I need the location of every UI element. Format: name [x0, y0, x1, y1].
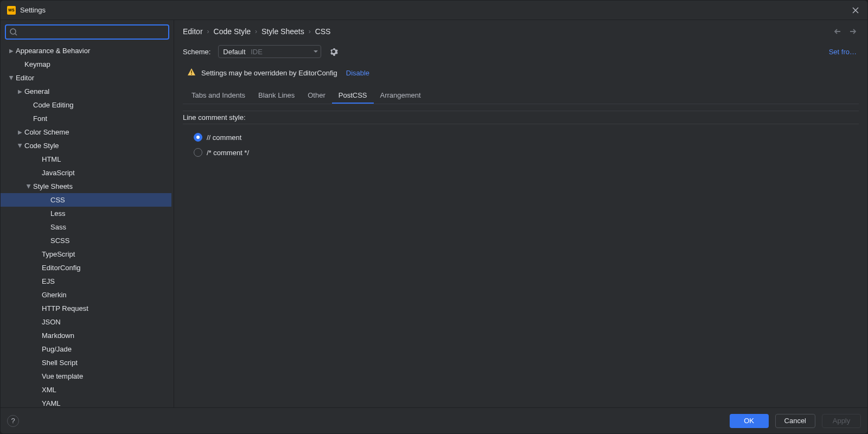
cancel-button[interactable]: Cancel [775, 414, 815, 428]
tree-item[interactable]: ▶General [1, 85, 171, 98]
breadcrumb-segment[interactable]: CSS [315, 27, 331, 36]
svg-line-3 [15, 34, 17, 35]
set-from-link[interactable]: Set fro… [829, 48, 857, 56]
tree-item[interactable]: ▶Editor [1, 71, 171, 85]
button-bar: ? OK Cancel Apply [1, 407, 867, 433]
radio-option[interactable]: // comment [194, 130, 859, 145]
tree-item[interactable]: ▶XML [1, 383, 171, 397]
breadcrumb-separator: › [207, 28, 209, 35]
tree-arrow-icon: ▶ [7, 48, 16, 54]
ok-button[interactable]: OK [730, 414, 769, 428]
main-panel: Editor›Code Style›Style Sheets›CSS Schem… [174, 20, 867, 407]
tree-item-label: EditorConfig [42, 264, 81, 272]
tab[interactable]: Blank Lines [252, 88, 301, 104]
tree-item[interactable]: ▶EJS [1, 275, 171, 288]
tab-bar: Tabs and IndentsBlank LinesOtherPostCSSA… [183, 88, 859, 104]
tree-arrow-icon: ▶ [16, 88, 24, 94]
scheme-select[interactable]: Default IDE [218, 45, 321, 58]
breadcrumb-separator: › [255, 28, 257, 35]
radio-label: // comment [207, 133, 241, 142]
tree-item-label: Shell Script [42, 359, 78, 367]
radio-option[interactable]: /* comment */ [194, 145, 859, 160]
tree-item-label: HTTP Request [42, 304, 88, 312]
tree-item[interactable]: ▶Keymap [1, 58, 171, 71]
tree-item-label: Gherkin [42, 291, 67, 299]
tree-item[interactable]: ▶Markdown [1, 329, 171, 342]
svg-point-2 [10, 29, 16, 34]
breadcrumb-separator: › [309, 28, 311, 35]
tree-item[interactable]: ▶Style Sheets [1, 180, 171, 193]
tree-item-label: Style Sheets [33, 182, 73, 190]
tab-content: Line comment style: // comment/* comment… [183, 104, 859, 407]
tree-item-label: JavaScript [42, 169, 75, 177]
search-input[interactable] [5, 24, 169, 40]
tree-item-label: Appearance & Behavior [16, 47, 90, 55]
tree-item[interactable]: ▶HTML [1, 152, 171, 166]
breadcrumb-segment[interactable]: Editor [183, 27, 203, 36]
tree-item-label: EJS [42, 277, 55, 285]
scheme-label: Scheme: [183, 48, 210, 56]
disable-link[interactable]: Disable [346, 69, 369, 77]
tree-item-label: General [24, 87, 49, 95]
breadcrumb-segment[interactable]: Style Sheets [261, 27, 304, 36]
section-header: Line comment style: [183, 111, 859, 124]
close-button[interactable] [850, 5, 861, 16]
tree-item[interactable]: ▶Vue template [1, 369, 171, 383]
tree-arrow-icon: ▶ [7, 75, 16, 81]
tree-item[interactable]: ▶Code Style [1, 139, 171, 152]
tree-item[interactable]: ▶YAML [1, 397, 171, 407]
tree-item[interactable]: ▶Code Editing [1, 98, 171, 112]
tree-item[interactable]: ▶SCSS [1, 234, 171, 247]
tree-item[interactable]: ▶EditorConfig [1, 261, 171, 275]
tree-item-label: Color Scheme [24, 128, 69, 136]
forward-button[interactable] [847, 25, 859, 37]
tree-item[interactable]: ▶Color Scheme [1, 125, 171, 139]
arrow-right-icon [849, 28, 857, 35]
radio-icon [194, 133, 202, 142]
tree-item[interactable]: ▶JSON [1, 315, 171, 329]
tree-item[interactable]: ▶Gherkin [1, 288, 171, 302]
tree-item[interactable]: ▶Less [1, 207, 171, 220]
tree-item[interactable]: ▶HTTP Request [1, 302, 171, 315]
tree-item[interactable]: ▶CSS [1, 193, 171, 207]
title-bar: Settings [1, 1, 867, 20]
tree-item[interactable]: ▶Appearance & Behavior [1, 44, 171, 58]
tree-item-label: XML [42, 386, 56, 394]
gear-icon [329, 47, 338, 56]
tree-item[interactable]: ▶Shell Script [1, 356, 171, 369]
tree-item-label: Less [50, 209, 65, 218]
sidebar: ▶Appearance & Behavior▶Keymap▶Editor▶Gen… [1, 20, 174, 407]
tree-item-label: SCSS [50, 237, 69, 245]
warning-icon [187, 68, 196, 78]
apply-button: Apply [822, 414, 861, 428]
tree-item[interactable]: ▶Font [1, 112, 171, 125]
comment-style-group: // comment/* comment */ [183, 124, 859, 160]
svg-rect-4 [191, 71, 192, 73]
tree-item-label: Editor [16, 74, 34, 82]
tree-item-label: Pug/Jade [42, 345, 72, 353]
tab[interactable]: Other [301, 88, 332, 104]
breadcrumb-segment[interactable]: Code Style [214, 27, 251, 36]
tree-item-label: Font [33, 114, 47, 123]
window-title: Settings [20, 6, 850, 14]
tree-item-label: YAML [42, 399, 60, 407]
radio-icon [194, 148, 202, 157]
tree-item[interactable]: ▶Pug/Jade [1, 342, 171, 356]
tab[interactable]: Tabs and Indents [185, 88, 252, 104]
settings-tree[interactable]: ▶Appearance & Behavior▶Keymap▶Editor▶Gen… [1, 44, 174, 407]
tree-item[interactable]: ▶Sass [1, 220, 171, 234]
tab[interactable]: PostCSS [332, 88, 374, 104]
tree-item-label: TypeScript [42, 250, 75, 258]
tree-arrow-icon: ▶ [16, 129, 24, 135]
search-icon [9, 28, 18, 36]
help-button[interactable]: ? [7, 415, 19, 427]
tab[interactable]: Arrangement [374, 88, 427, 104]
close-icon [852, 7, 859, 14]
back-button[interactable] [832, 25, 844, 37]
radio-label: /* comment */ [207, 149, 249, 157]
tree-item-label: HTML [42, 155, 61, 163]
tree-item[interactable]: ▶JavaScript [1, 166, 171, 180]
scheme-settings-button[interactable] [329, 47, 339, 56]
tree-item[interactable]: ▶TypeScript [1, 247, 171, 261]
tree-item-label: Markdown [42, 331, 74, 340]
